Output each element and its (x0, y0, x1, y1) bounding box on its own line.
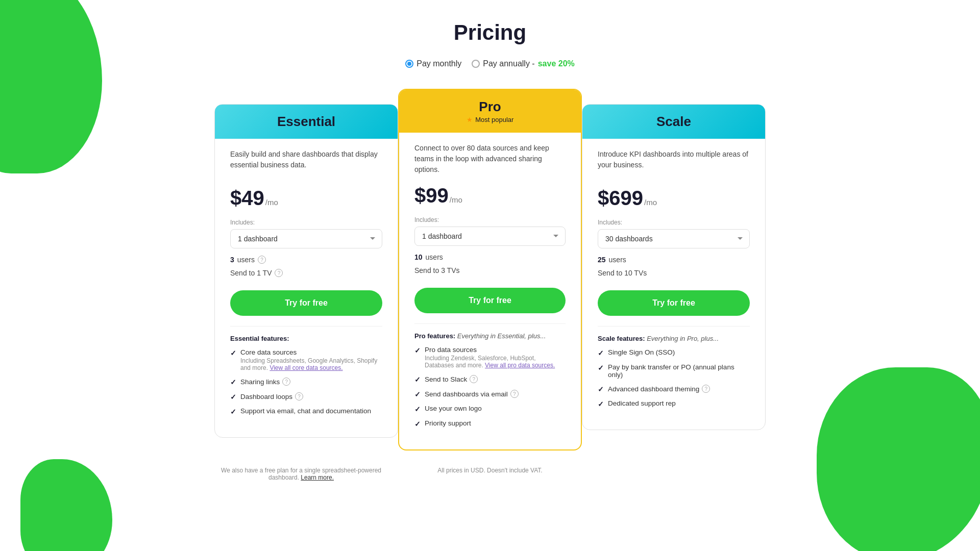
pro-users-row: 10 users (414, 253, 566, 261)
save-badge: save 20% (538, 59, 575, 68)
dashboard-loops-help-icon[interactable]: ? (295, 392, 303, 400)
monthly-radio[interactable] (405, 60, 413, 68)
essential-features-title: Essential features: (230, 335, 382, 342)
footer-wrapper: We also have a free plan for a single sp… (209, 455, 771, 481)
scale-features-title: Scale features: Everything in Pro, plus.… (598, 335, 750, 342)
scale-header: Scale (582, 105, 765, 139)
scale-tv-label: Send to 10 TVs (598, 269, 647, 277)
pro-users-label: users (426, 253, 443, 261)
pro-feature-1-sub: Including Zendesk, Salesforce, HubSpot, … (425, 355, 566, 369)
essential-price: $49 (230, 187, 264, 210)
essential-price-row: $49 /mo (230, 187, 382, 210)
pro-title: Pro (408, 99, 572, 115)
essential-feature-3-name: Dashboard loops (240, 393, 292, 400)
pro-feature-5-name: Priority support (425, 419, 471, 427)
scale-feature-4-name: Dedicated support rep (608, 399, 676, 407)
essential-feature-1-name: Core data sources (240, 348, 382, 356)
essential-feature-1-sub: Including Spreadsheets, Google Analytics… (240, 357, 382, 371)
footer-center-note: All prices in USD. Doesn't include VAT. (437, 467, 542, 474)
pro-data-link[interactable]: View all pro data sources. (485, 362, 555, 369)
scale-feature-2: ✓ Pay by bank transfer or PO (annual pla… (598, 363, 750, 379)
scale-price: $699 (598, 187, 643, 210)
theming-help-icon[interactable]: ? (702, 385, 710, 393)
essential-dashboard-select[interactable]: 1 dashboard (230, 229, 382, 248)
scale-tv-row: Send to 10 TVs (598, 269, 750, 277)
pro-feature-3: ✓ Send dashboards via email ? (414, 390, 566, 398)
pro-price-row: $99 /mo (414, 184, 566, 207)
pro-check-icon-4: ✓ (414, 405, 421, 413)
scale-features-section: Scale features: Everything in Pro, plus.… (598, 326, 750, 408)
scale-card: Scale Introduce KPI dashboards into mult… (582, 104, 766, 430)
essential-title: Essential (224, 114, 388, 130)
essential-header: Essential (215, 105, 398, 139)
scale-feature-1-name: Single Sign On (SSO) (608, 348, 675, 356)
pro-check-icon-2: ✓ (414, 375, 421, 384)
pro-feature-3-name: Send dashboards via email (425, 390, 508, 398)
cards-container: Essential Easily build and share dashboa… (214, 89, 766, 450)
annually-radio[interactable] (472, 60, 480, 68)
pro-price: $99 (414, 184, 449, 207)
pro-dashboard-select[interactable]: 1 dashboard (414, 227, 566, 246)
essential-card: Essential Easily build and share dashboa… (214, 104, 398, 438)
pro-tv-row: Send to 3 TVs (414, 266, 566, 274)
pro-header: Pro ★ Most popular (399, 90, 581, 133)
annually-option[interactable]: Pay annually - save 20% (472, 59, 574, 68)
scale-check-icon-2: ✓ (598, 364, 604, 372)
essential-description: Easily build and share dashboards that d… (230, 149, 382, 178)
essential-feature-2: ✓ Sharing links ? (230, 378, 382, 386)
scale-try-button[interactable]: Try for free (598, 290, 750, 316)
scale-feature-2-name: Pay by bank transfer or PO (annual plans… (608, 363, 750, 379)
most-popular-badge: ★ Most popular (408, 116, 572, 123)
essential-feature-1: ✓ Core data sources Including Spreadshee… (230, 348, 382, 371)
monthly-label: Pay monthly (416, 59, 461, 68)
email-help-icon[interactable]: ? (510, 390, 519, 398)
scale-period: /mo (644, 198, 657, 207)
scale-users-row: 25 users (598, 256, 750, 264)
pro-feature-2-name: Send to Slack (425, 375, 467, 383)
slack-help-icon[interactable]: ? (470, 375, 478, 383)
check-icon-2: ✓ (230, 378, 236, 386)
pro-users-count: 10 (414, 253, 423, 261)
essential-feature-3: ✓ Dashboard loops ? (230, 392, 382, 401)
check-icon-3: ✓ (230, 393, 236, 401)
pro-description: Connect to over 80 data sources and keep… (414, 143, 566, 175)
check-icon-4: ✓ (230, 408, 236, 416)
essential-tv-row: Send to 1 TV ? (230, 269, 382, 277)
pro-features-title: Pro features: Everything in Essential, p… (414, 332, 566, 340)
sharing-links-help-icon[interactable]: ? (282, 378, 290, 386)
scale-check-icon-4: ✓ (598, 400, 604, 408)
essential-users-count: 3 (230, 256, 234, 264)
billing-toggle: Pay monthly Pay annually - save 20% (405, 59, 575, 68)
pro-feature-1-name: Pro data sources (425, 346, 566, 354)
scale-users-label: users (609, 256, 626, 264)
scale-dashboard-select[interactable]: 30 dashboards (598, 229, 750, 248)
core-data-link[interactable]: View all core data sources. (270, 364, 342, 371)
essential-period: /mo (265, 198, 278, 207)
pro-card: Pro ★ Most popular Connect to over 80 da… (398, 89, 582, 450)
scale-feature-3-name: Advanced dashboard theming (608, 385, 699, 393)
learn-more-link[interactable]: Learn more. (301, 474, 334, 481)
page-title: Pricing (454, 20, 526, 45)
scale-feature-4: ✓ Dedicated support rep (598, 399, 750, 408)
essential-features-section: Essential features: ✓ Core data sources … (230, 326, 382, 416)
scale-title: Scale (592, 114, 756, 130)
pro-try-button[interactable]: Try for free (414, 288, 566, 313)
check-icon-1: ✓ (230, 349, 236, 357)
pro-feature-2: ✓ Send to Slack ? (414, 375, 566, 384)
annually-label: Pay annually - (483, 59, 534, 68)
scale-includes-label: Includes: (598, 219, 750, 226)
essential-feature-4: ✓ Support via email, chat and documentat… (230, 407, 382, 416)
essential-try-button[interactable]: Try for free (230, 290, 382, 316)
essential-includes-label: Includes: (230, 219, 382, 226)
pro-feature-1: ✓ Pro data sources Including Zendesk, Sa… (414, 346, 566, 369)
essential-users-help-icon[interactable]: ? (258, 256, 266, 264)
scale-users-count: 25 (598, 256, 606, 264)
pro-feature-4: ✓ Use your own logo (414, 405, 566, 413)
monthly-option[interactable]: Pay monthly (405, 59, 461, 68)
pro-tv-label: Send to 3 TVs (414, 266, 459, 274)
scale-price-row: $699 /mo (598, 187, 750, 210)
scale-feature-3: ✓ Advanced dashboard theming ? (598, 385, 750, 393)
essential-tv-help-icon[interactable]: ? (275, 269, 283, 277)
scale-description: Introduce KPI dashboards into multiple a… (598, 149, 750, 178)
pro-check-icon-3: ✓ (414, 390, 421, 398)
